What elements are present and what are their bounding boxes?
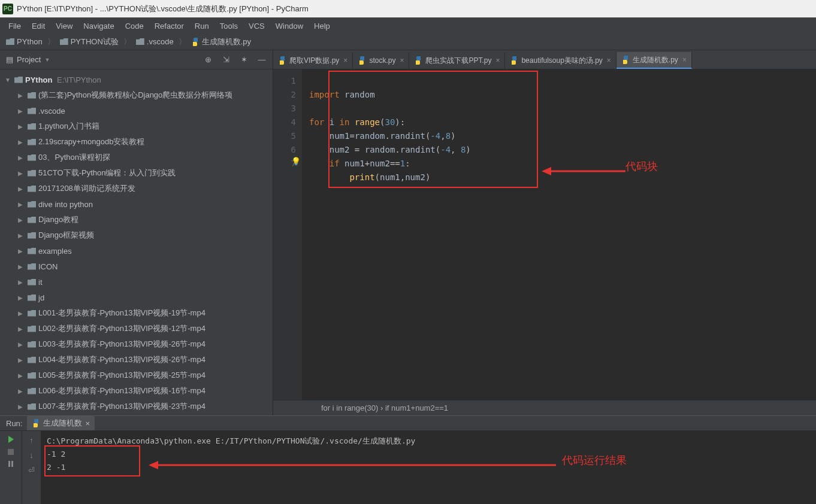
tab-label: stock.py	[369, 56, 395, 65]
menu-help[interactable]: Help	[309, 20, 335, 32]
tree-item[interactable]: ▶ 51CTO下载-Python编程：从入门到实践	[0, 165, 273, 181]
folder-icon	[28, 186, 36, 192]
menu-view[interactable]: View	[51, 20, 77, 32]
python-file-icon	[32, 419, 40, 427]
menu-edit[interactable]: Edit	[27, 20, 50, 32]
folder-icon	[28, 170, 36, 177]
sidebar-title[interactable]: Project	[17, 55, 41, 64]
folder-icon	[28, 217, 36, 223]
editor-tab[interactable]: 爬取VIP数据.py×	[273, 52, 353, 69]
app-icon: PC	[2, 4, 13, 14]
editor-area: 爬取VIP数据.py×stock.py×爬虫实战下载PPT.py×beautif…	[273, 50, 816, 415]
crumb-item[interactable]: .vscode	[136, 37, 174, 46]
wrap-icon[interactable]: ⏎	[28, 466, 35, 475]
editor-tabbar: 爬取VIP数据.py×stock.py×爬虫实战下载PPT.py×beautif…	[273, 50, 816, 69]
tree-item[interactable]: ▶ L004-老男孩教育-Python13期VIP视频-26节-mp4	[0, 352, 273, 368]
tree-item[interactable]: ▶ L002-老男孩教育-Python13期VIP视频-12节-mp4	[0, 321, 273, 336]
tree-item[interactable]: ▶ examples	[0, 243, 273, 259]
folder-icon	[14, 77, 23, 83]
tree-item[interactable]: ▶ L005-老男孩教育-Python13期VIP视频-25节-mp4	[0, 368, 273, 383]
folder-icon	[28, 108, 36, 114]
folder-icon	[28, 92, 36, 99]
folder-icon	[28, 294, 36, 301]
collapse-icon[interactable]: ⇲	[221, 55, 231, 65]
close-icon[interactable]: ×	[400, 56, 404, 65]
crumb-item[interactable]: 生成随机数.py	[191, 37, 251, 47]
run-header: Run: 生成随机数 ×	[0, 416, 816, 431]
project-tree[interactable]: ▼ PYthon E:\IT\PYthon▶ (第二套)Python视频教程核心…	[0, 69, 273, 415]
gear-icon[interactable]: ✶	[239, 55, 249, 65]
locate-icon[interactable]: ⊕	[203, 55, 213, 65]
tree-item[interactable]: ▶ L007-老男孩教育-Python13期VIP视频-23节-mp4	[0, 399, 273, 414]
code-editor[interactable]: 1234567 import random for i in range(30)…	[273, 69, 816, 400]
folder-icon	[28, 279, 36, 286]
crumb-label: .vscode	[147, 37, 174, 46]
crumb-sep: 〉	[179, 37, 186, 47]
lightbulb-icon[interactable]: 💡	[291, 154, 301, 168]
folder-icon	[28, 357, 36, 363]
tree-item[interactable]: ▶ ICON	[0, 259, 273, 274]
tree-item[interactable]: ▶ (第二套)Python视频教程核心Django爬虫数据分析网络项	[0, 87, 273, 103]
tree-item[interactable]: ▶ Django框架视频	[0, 227, 273, 243]
annotation-label-code: 代码块	[625, 159, 658, 173]
code-content[interactable]: import random for i in range(30): num1=r…	[302, 69, 816, 400]
menu-refactor[interactable]: Refactor	[150, 20, 189, 32]
line-gutter: 1234567	[273, 69, 302, 400]
run-tab[interactable]: 生成随机数 ×	[27, 416, 95, 430]
editor-tab[interactable]: 生成随机数.py×	[616, 52, 692, 69]
close-icon[interactable]: ×	[495, 56, 500, 65]
editor-tab[interactable]: beautifulsoup美味的汤.py×	[505, 52, 616, 69]
menu-code[interactable]: Code	[120, 20, 149, 32]
menu-run[interactable]: Run	[190, 20, 214, 32]
folder-icon	[28, 372, 36, 379]
crumb-item[interactable]: PYTHON试验	[60, 37, 119, 47]
console-line: -1 2	[47, 450, 65, 459]
tree-item[interactable]: ▶ L003-老男孩教育-Python13期VIP视频-26节-mp4	[0, 336, 273, 352]
svg-marker-3	[149, 461, 158, 469]
annotation-box-code	[328, 71, 538, 188]
arrow-icon	[542, 162, 625, 180]
tree-item[interactable]: ▶ 20171208单词助记系统开发	[0, 181, 273, 196]
python-file-icon	[278, 56, 286, 65]
annotation-label-output: 代码运行结果	[562, 454, 627, 467]
tree-item[interactable]: ▶ dive into python	[0, 196, 273, 212]
menu-navigate[interactable]: Navigate	[78, 20, 119, 32]
close-icon[interactable]: ×	[85, 419, 90, 428]
arrow-icon	[149, 456, 556, 474]
menu-vcs[interactable]: VCS	[244, 20, 270, 32]
window-titlebar: PC PYthon [E:\IT\PYthon] - ...\PYTHON试验\…	[0, 0, 816, 18]
folder-icon	[28, 123, 36, 130]
down-icon[interactable]: ↓	[29, 451, 34, 460]
tree-item[interactable]: ▶ L001-老男孩教育-Python13期VIP视频-19节-mp4	[0, 305, 273, 321]
hide-icon[interactable]: —	[257, 55, 267, 65]
folder-icon	[28, 310, 36, 317]
tree-item[interactable]: ▶ 03、Python课程初探	[0, 150, 273, 165]
play-icon[interactable]	[8, 436, 14, 443]
menu-window[interactable]: Window	[271, 20, 308, 32]
close-icon[interactable]: ×	[682, 56, 687, 64]
tree-item[interactable]: ▶ 1.python入门书籍	[0, 119, 273, 134]
tree-root[interactable]: ▼ PYthon E:\IT\PYthon	[0, 72, 273, 87]
editor-breadcrumb[interactable]: for i in range(30) › if num1+num2==1	[273, 400, 816, 415]
editor-tab[interactable]: 爬虫实战下载PPT.py×	[409, 52, 505, 69]
close-icon[interactable]: ×	[607, 56, 611, 65]
tab-label: beautifulsoup美味的汤.py	[521, 56, 602, 66]
menu-tools[interactable]: Tools	[215, 20, 243, 32]
close-icon[interactable]: ×	[343, 56, 347, 65]
folder-icon	[28, 263, 36, 270]
tree-item[interactable]: ▶ .vscode	[0, 103, 273, 119]
editor-tab[interactable]: stock.py×	[353, 52, 409, 69]
chevron-down-icon[interactable]: ▼	[44, 57, 50, 63]
stop-icon[interactable]	[8, 449, 14, 455]
up-icon[interactable]: ↑	[29, 436, 34, 445]
tree-item[interactable]: ▶ it	[0, 274, 273, 290]
console-output[interactable]: C:\ProgramData\Anaconda3\python.exe E:/I…	[41, 431, 816, 504]
tree-item[interactable]: ▶ jd	[0, 290, 273, 305]
tab-label: 生成随机数.py	[633, 55, 678, 65]
crumb-item[interactable]: PYthon	[6, 37, 43, 46]
tree-item[interactable]: ▶ Django教程	[0, 212, 273, 227]
tree-item[interactable]: ▶ L006-老男孩教育-Python13期VIP视频-16节-mp4	[0, 383, 273, 399]
menu-file[interactable]: File	[4, 20, 26, 32]
tree-item[interactable]: ▶ 2.19scrapy+mongodb安装教程	[0, 134, 273, 150]
pause-icon[interactable]	[8, 461, 13, 467]
